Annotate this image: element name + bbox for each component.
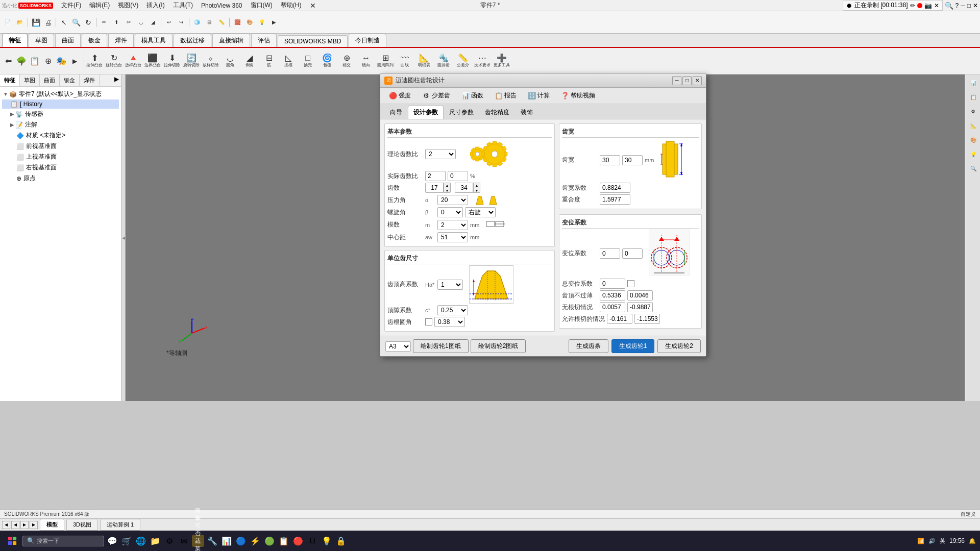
width2-input[interactable] xyxy=(622,155,643,165)
paper-size-select[interactable]: A3 xyxy=(385,341,411,352)
helix-angle-select[interactable]: 0 xyxy=(437,207,463,217)
tool-fastening[interactable]: 🔩 圆排齿 xyxy=(434,52,453,70)
tree-front-plane[interactable]: ⬜ 前视基准面 xyxy=(2,141,119,152)
tool-fillet[interactable]: ◡ 圆角 xyxy=(221,52,239,70)
tool-dimxpert[interactable]: 📏 公差分 xyxy=(454,52,472,70)
panel-splitter[interactable]: ◀ xyxy=(121,74,126,401)
tool-chamfer[interactable]: ◢ 倒角 xyxy=(240,52,259,70)
menu-window[interactable]: 窗口(W) xyxy=(247,0,277,11)
tool-mirror[interactable]: ↔ 镜向 xyxy=(357,52,375,70)
tab-scroll-right2[interactable]: ▶ xyxy=(30,521,38,529)
minimize-btn[interactable]: ─ xyxy=(961,2,965,9)
tree-root[interactable]: ▼ 📦 零件7 (默认<<默认>_显示状态 xyxy=(2,89,119,99)
menu-photoview[interactable]: PhotoView 360 xyxy=(197,1,247,10)
taskbar-lang[interactable]: 英 xyxy=(940,537,945,545)
tool-expand[interactable]: ▶ xyxy=(68,52,81,70)
taskbar-edge[interactable]: 🌐 xyxy=(135,535,147,547)
dialog-maximize-btn[interactable]: □ xyxy=(682,76,692,85)
rs-icon-7[interactable]: 🔍 xyxy=(967,162,979,174)
lp-expand-btn[interactable]: ▶ xyxy=(112,74,121,86)
tab-direct[interactable]: 直接编辑 xyxy=(212,34,250,47)
tb-chamfer[interactable]: ◢ xyxy=(148,17,159,28)
rs-icon-5[interactable]: 🎨 xyxy=(967,134,979,146)
tb-zoom[interactable]: 🔍 xyxy=(70,17,82,28)
taskbar-search[interactable]: 🔍 搜索一下 xyxy=(22,536,104,546)
tool-draft[interactable]: ◺ 拔模 xyxy=(279,52,298,70)
tool-curve[interactable]: 〰 曲线 xyxy=(396,52,414,70)
tool-revolve-cut[interactable]: 🔄 旋转切除 xyxy=(182,52,201,70)
tb-extrude[interactable]: ⬆ xyxy=(111,17,122,28)
tree-right-plane[interactable]: ⬜ 右视基准面 xyxy=(2,162,119,173)
tb-material[interactable]: 🧱 xyxy=(232,17,243,28)
tab-scroll-left[interactable]: ◀ xyxy=(2,521,10,529)
total-shift-input[interactable] xyxy=(600,279,625,289)
dialog-btn-strength[interactable]: 🔴 强度 xyxy=(384,90,415,102)
dtab-decoration[interactable]: 装饰 xyxy=(515,106,538,119)
tree-sensors[interactable]: ▶ 📡 传感器 xyxy=(2,109,119,119)
taskbar-store[interactable]: 🛒 xyxy=(120,535,133,547)
menu-tools[interactable]: 工具(T) xyxy=(169,0,197,11)
taskbar-cortana[interactable]: 💬 xyxy=(106,535,118,547)
undercut1-val2[interactable] xyxy=(627,290,653,300)
tb-appearance[interactable]: 🎨 xyxy=(244,17,255,28)
tool-loft-boss[interactable]: 🔺 放样凸台 xyxy=(124,52,142,70)
taskbar-network-icon[interactable]: 📶 xyxy=(917,538,924,544)
lp-tab-surface2[interactable]: 曲面 xyxy=(40,74,60,86)
tool-rib[interactable]: ⊟ 筋 xyxy=(260,52,278,70)
tool-appearance[interactable]: 🎭 xyxy=(55,52,67,70)
tool-target[interactable]: ⊕ xyxy=(42,52,54,70)
tab-datamig[interactable]: 数据迁移 xyxy=(174,34,211,47)
taskbar-notif-icon[interactable]: 🔔 xyxy=(969,538,976,544)
dialog-close-btn[interactable]: ✕ xyxy=(693,76,702,85)
tree-material[interactable]: 🔷 材质 <未指定> xyxy=(2,130,119,141)
close-btn[interactable]: ✕ xyxy=(973,2,978,9)
tb-save[interactable]: 💾 xyxy=(30,17,41,28)
menu-close-btn[interactable]: ✕ xyxy=(306,1,320,11)
tree-annotations[interactable]: ▶ 📝 注解 xyxy=(2,119,119,130)
tab-scroll-left2[interactable]: ◀ xyxy=(11,521,19,529)
dialog-btn-function[interactable]: 📊 函数 xyxy=(457,90,488,102)
width-coeff-input[interactable] xyxy=(600,183,630,193)
teeth1-input[interactable] xyxy=(425,183,444,193)
draw-gear2-btn[interactable]: 绘制齿轮2图纸 xyxy=(471,339,526,353)
shift2-input[interactable] xyxy=(622,248,643,259)
menu-file[interactable]: 文件(F) xyxy=(57,0,85,11)
tab-scroll-right[interactable]: ▶ xyxy=(20,521,29,529)
lp-tab-feature[interactable]: 特征 xyxy=(0,74,20,86)
rs-icon-1[interactable]: 📊 xyxy=(967,77,979,89)
tool-loft-cut[interactable]: ⬦ 放样切除 xyxy=(202,52,220,70)
taskbar-mail[interactable]: ✉ xyxy=(178,535,190,547)
taskbar-virus[interactable]: 病毒可否蔬菜上存活 xyxy=(192,535,204,547)
tool-shell[interactable]: □ 抽壳 xyxy=(299,52,317,70)
tab-sketch[interactable]: 草图 xyxy=(29,34,54,47)
taskbar-app7[interactable]: 🔴 xyxy=(292,535,304,547)
gen-gear1-btn[interactable]: 生成齿轮1 xyxy=(611,339,655,353)
pressure-angle-select[interactable]: 20 xyxy=(437,195,468,205)
dialog-btn-calc[interactable]: 🔢 计算 xyxy=(523,90,554,102)
tb-fillet[interactable]: ◡ xyxy=(135,17,146,28)
theoretical-ratio-select[interactable]: 2 xyxy=(425,149,456,159)
tab-features[interactable]: 特征 xyxy=(2,34,28,47)
dtab-guide[interactable]: 向导 xyxy=(384,106,408,119)
dtab-dims[interactable]: 尺寸参数 xyxy=(444,106,479,119)
tab-sheetmetal[interactable]: 钣金 xyxy=(82,34,107,47)
taskbar-app5[interactable]: 🟢 xyxy=(263,535,276,547)
overlap-input[interactable] xyxy=(600,194,630,205)
tool-boundary[interactable]: ⬛ 边界凸台 xyxy=(143,52,162,70)
clearance-coeff-select[interactable]: 0.25 xyxy=(437,305,468,315)
tool-properties[interactable]: 📋 xyxy=(29,52,41,70)
tb-sketch[interactable]: ✏ xyxy=(99,17,110,28)
root-fillet-checkbox[interactable] xyxy=(425,318,432,325)
taskbar-app9[interactable]: 💡 xyxy=(321,535,333,547)
rs-icon-3[interactable]: ⚙ xyxy=(967,105,979,117)
shift1-input[interactable] xyxy=(600,248,620,259)
undercut1-val1[interactable] xyxy=(600,290,625,300)
btm-tab-model[interactable]: 模型 xyxy=(40,519,64,531)
module-select[interactable]: 2 xyxy=(437,220,468,230)
tool-leftpanel[interactable]: ⬅ xyxy=(2,52,14,70)
rs-icon-2[interactable]: 📋 xyxy=(967,91,979,103)
win-start-btn[interactable] xyxy=(4,533,20,549)
tb-print[interactable]: 🖨 xyxy=(42,17,54,28)
taskbar-sound-icon[interactable]: 🔊 xyxy=(928,538,936,544)
tool-moretools[interactable]: ⋯ 技术要求 xyxy=(473,52,492,70)
